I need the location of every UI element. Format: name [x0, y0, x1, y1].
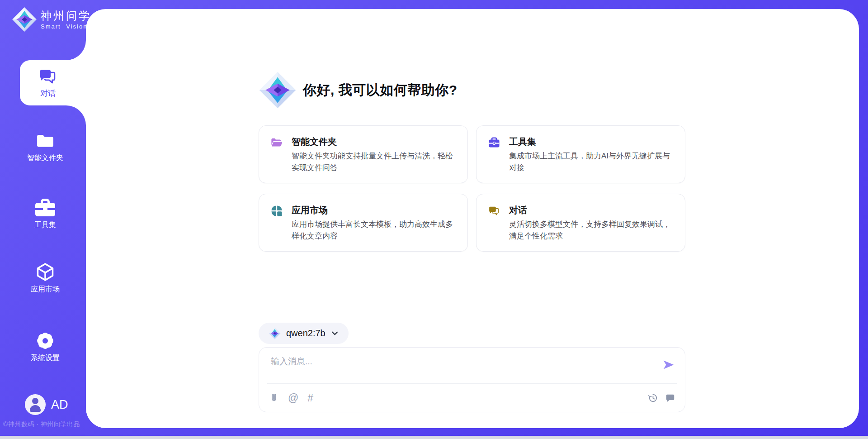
sidebar-item-folders[interactable]: 智能文件夹	[9, 131, 81, 163]
card-title: 智能文件夹	[292, 136, 460, 148]
card-description: 灵活切换多模型文件，支持多样回复效果调试，满足个性化需求	[509, 219, 677, 242]
card-description: 集成市场上主流工具，助力AI与外界无缝扩展与对接	[509, 150, 677, 174]
chat-bubbles-icon	[488, 205, 500, 217]
copyright-text: ©神州数码 · 神州问学出品	[3, 420, 80, 429]
tab-curve-top	[66, 40, 86, 60]
chat-bubbles-icon	[38, 67, 57, 86]
message-composer: @ #	[259, 347, 685, 412]
diamond-logo-icon	[259, 71, 297, 109]
brand-logo: 神州问学 Smart Vision	[12, 7, 91, 32]
tab-curve-bottom	[66, 105, 86, 125]
sidebar-item-label: 系统设置	[31, 353, 60, 363]
brand-title: 神州问学	[41, 10, 91, 22]
sidebar-item-chat[interactable]: 对话	[20, 60, 88, 105]
card-toolset[interactable]: 工具集 集成市场上主流工具，助力AI与外界无缝扩展与对接	[476, 125, 685, 183]
card-title: 对话	[509, 204, 677, 216]
attachment-icon[interactable]	[269, 393, 279, 403]
app-window: 神州问学 Smart Vision 对话 智能文件夹	[0, 0, 868, 439]
sidebar-item-label: 对话	[40, 88, 56, 99]
sidebar-item-label: 应用市场	[31, 285, 60, 294]
sidebar-item-label: 工具集	[34, 220, 56, 230]
greeting: 你好, 我可以如何帮助你?	[259, 71, 458, 109]
card-chat[interactable]: 对话 灵活切换多模型文件，支持多样回复效果调试，满足个性化需求	[476, 194, 685, 252]
feature-cards: 智能文件夹 智能文件夹功能支持批量文件上传与清洗，轻松实现文件问答 工具集 集成…	[259, 125, 685, 252]
chevron-down-icon	[331, 329, 339, 337]
card-smart-folders[interactable]: 智能文件夹 智能文件夹功能支持批量文件上传与清洗，轻松实现文件问答	[259, 125, 468, 183]
brand-subtitle: Smart Vision	[41, 23, 91, 30]
window-bottom-edge	[0, 436, 868, 439]
card-description: 应用市场提供丰富长文本模板，助力高效生成多样化文章内容	[292, 219, 460, 242]
card-title: 应用市场	[292, 204, 460, 216]
send-icon[interactable]	[662, 358, 675, 371]
card-description: 智能文件夹功能支持批量文件上传与清洗，轻松实现文件问答	[292, 150, 460, 174]
hash-icon[interactable]: #	[307, 393, 313, 403]
gear-icon	[36, 331, 54, 350]
model-name: qwen2:7b	[286, 328, 326, 339]
card-title: 工具集	[509, 136, 677, 148]
folder-open-icon	[271, 137, 283, 148]
diamond-logo-icon	[12, 7, 37, 32]
folder-icon	[36, 131, 54, 150]
sidebar-item-apps[interactable]: 应用市场	[9, 262, 81, 294]
feedback-icon[interactable]	[665, 393, 675, 403]
briefcase-icon	[35, 198, 55, 217]
briefcase-icon	[488, 137, 500, 148]
sidebar-item-settings[interactable]: 系统设置	[9, 331, 81, 363]
model-selector[interactable]: qwen2:7b	[259, 323, 349, 344]
sidebar-item-tools[interactable]: 工具集	[9, 198, 81, 230]
sidebar-item-label: 智能文件夹	[27, 153, 63, 163]
card-app-market[interactable]: 应用市场 应用市场提供丰富长文本模板，助力高效生成多样化文章内容	[259, 194, 468, 252]
mention-icon[interactable]: @	[288, 393, 298, 403]
cube-icon	[35, 262, 55, 282]
user-initials: AD	[51, 398, 68, 412]
history-icon[interactable]	[648, 393, 658, 403]
app-segments-icon	[271, 205, 283, 217]
greeting-text: 你好, 我可以如何帮助你?	[303, 81, 458, 100]
diamond-logo-icon	[269, 327, 281, 339]
user-avatar[interactable]	[25, 394, 46, 415]
user-avatar-icon	[32, 398, 38, 404]
message-input[interactable]	[270, 355, 651, 380]
